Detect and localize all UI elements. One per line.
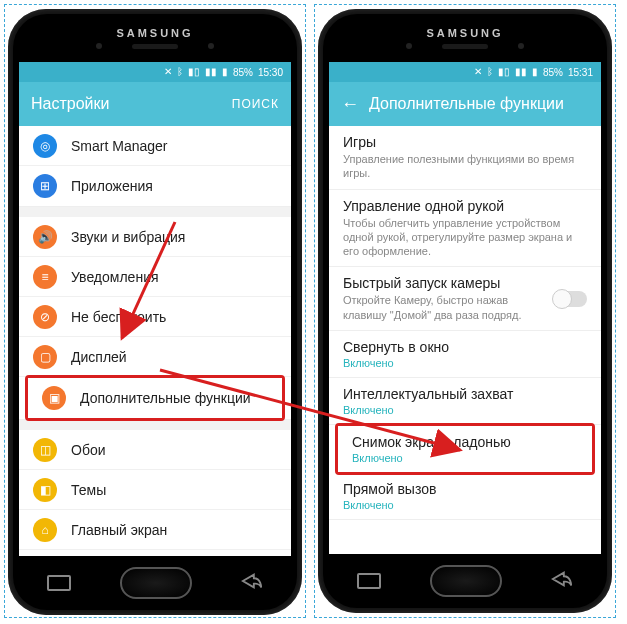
row-smart-manager[interactable]: ◎ Smart Manager — [19, 126, 291, 166]
phone-left: SAMSUNG ✕ ᛒ ▮▯ ▮▮ ▮ 85% 15:30 — [4, 4, 306, 618]
back-button[interactable] — [551, 570, 573, 592]
item-title: Управление одной рукой — [343, 198, 587, 214]
item-title: Быстрый запуск камеры — [343, 275, 553, 291]
bluetooth-icon: ᛒ — [177, 67, 183, 77]
row-label: Smart Manager — [71, 138, 167, 154]
hw-nav-bar — [13, 556, 297, 610]
recent-apps-button[interactable] — [357, 573, 381, 589]
phone-right: SAMSUNG ✕ ᛒ ▮▯ ▮▮ ▮ 85% 15:31 — [314, 4, 616, 618]
signal-icon-2: ▮▮ — [205, 67, 217, 77]
row-home[interactable]: ⌂ Главный экран — [19, 510, 291, 550]
clock: 15:31 — [568, 67, 593, 78]
row-apps[interactable]: ⊞ Приложения — [19, 166, 291, 206]
row-label: Обои — [71, 442, 106, 458]
wallpaper-icon: ◫ — [33, 438, 57, 462]
battery-icon: ▮ — [532, 67, 538, 77]
recent-apps-button[interactable] — [47, 575, 71, 591]
item-one-hand[interactable]: Управление одной рукой Чтобы облегчить у… — [329, 190, 601, 268]
status-bar: ✕ ᛒ ▮▯ ▮▮ ▮ 85% 15:30 — [19, 62, 291, 82]
item-direct-call[interactable]: Прямой вызов Включено — [329, 473, 601, 520]
item-title: Прямой вызов — [343, 481, 587, 497]
home-button[interactable] — [430, 565, 502, 597]
item-quick-camera[interactable]: Быстрый запуск камеры Откройте Камеру, б… — [329, 267, 601, 331]
brand-logo: SAMSUNG — [116, 27, 193, 39]
item-title: Игры — [343, 134, 587, 150]
battery-percent: 85% — [233, 67, 253, 78]
row-label: Не беспокоить — [71, 309, 166, 325]
item-title: Снимок экрана ладонью — [352, 434, 578, 450]
brand-logo: SAMSUNG — [426, 27, 503, 39]
row-wallpaper[interactable]: ◫ Обои — [19, 430, 291, 470]
mute-icon: ✕ — [164, 67, 172, 77]
advanced-list[interactable]: Игры Управление полезными функциями во в… — [329, 126, 601, 554]
advanced-header: ← Дополнительные функции — [329, 82, 601, 126]
settings-header: Настройки ПОИСК — [19, 82, 291, 126]
row-label: Темы — [71, 482, 106, 498]
search-button[interactable]: ПОИСК — [232, 97, 279, 111]
item-enabled: Включено — [343, 404, 587, 416]
item-enabled: Включено — [343, 357, 587, 369]
list-icon: ≡ — [33, 265, 57, 289]
phone-frame: SAMSUNG ✕ ᛒ ▮▯ ▮▮ ▮ 85% 15:31 — [318, 9, 612, 613]
item-title: Интеллектуальный захват — [343, 386, 587, 402]
row-sounds[interactable]: 🔊 Звуки и вибрация — [19, 217, 291, 257]
back-arrow-icon[interactable]: ← — [341, 95, 359, 113]
toggle-switch[interactable] — [553, 291, 587, 307]
item-subtitle: Чтобы облегчить управление устройством о… — [343, 216, 587, 259]
row-label: Уведомления — [71, 269, 159, 285]
dnd-icon: ⊘ — [33, 305, 57, 329]
hw-nav-bar — [323, 554, 607, 608]
item-palm-swipe[interactable]: Снимок экрана ладонью Включено — [338, 426, 592, 472]
phone-top: SAMSUNG — [13, 14, 297, 62]
mute-icon: ✕ — [474, 67, 482, 77]
advanced-icon: ▣ — [42, 386, 66, 410]
signal-icon-2: ▮▮ — [515, 67, 527, 77]
home-icon: ⌂ — [33, 518, 57, 542]
item-enabled: Включено — [352, 452, 578, 464]
row-notifications[interactable]: ≡ Уведомления — [19, 257, 291, 297]
item-title: Свернуть в окно — [343, 339, 587, 355]
clock: 15:30 — [258, 67, 283, 78]
item-subtitle: Управление полезными функциями во время … — [343, 152, 587, 181]
item-popup-window[interactable]: Свернуть в окно Включено — [329, 331, 601, 378]
row-label: Приложения — [71, 178, 153, 194]
row-label: Дополнительные функции — [80, 390, 251, 406]
row-label: Звуки и вибрация — [71, 229, 185, 245]
page-title: Настройки — [31, 95, 222, 113]
battery-icon: ▮ — [222, 67, 228, 77]
row-themes[interactable]: ◧ Темы — [19, 470, 291, 510]
screen-left: ✕ ᛒ ▮▯ ▮▮ ▮ 85% 15:30 Настройки ПОИСК — [19, 62, 291, 556]
signal-icon: ▮▯ — [188, 67, 200, 77]
row-dnd[interactable]: ⊘ Не беспокоить — [19, 297, 291, 337]
item-subtitle: Откройте Камеру, быстро нажав клавишу "Д… — [343, 293, 553, 322]
target-icon: ◎ — [33, 134, 57, 158]
settings-list[interactable]: ◎ Smart Manager ⊞ Приложения 🔊 — [19, 126, 291, 556]
status-bar: ✕ ᛒ ▮▯ ▮▮ ▮ 85% 15:31 — [329, 62, 601, 82]
sound-icon: 🔊 — [33, 225, 57, 249]
row-display[interactable]: ▢ Дисплей — [19, 337, 291, 377]
row-advanced-features[interactable]: ▣ Дополнительные функции — [28, 378, 282, 418]
phone-frame: SAMSUNG ✕ ᛒ ▮▯ ▮▮ ▮ 85% 15:30 — [8, 9, 302, 615]
item-games[interactable]: Игры Управление полезными функциями во в… — [329, 126, 601, 190]
back-button[interactable] — [241, 572, 263, 594]
home-button[interactable] — [120, 567, 192, 599]
item-enabled: Включено — [343, 499, 587, 511]
signal-icon: ▮▯ — [498, 67, 510, 77]
row-label: Дисплей — [71, 349, 127, 365]
display-icon: ▢ — [33, 345, 57, 369]
grid-icon: ⊞ — [33, 174, 57, 198]
row-label: Главный экран — [71, 522, 167, 538]
item-smart-capture[interactable]: Интеллектуальный захват Включено — [329, 378, 601, 425]
screen-right: ✕ ᛒ ▮▯ ▮▮ ▮ 85% 15:31 ← Дополнительные ф… — [329, 62, 601, 554]
bluetooth-icon: ᛒ — [487, 67, 493, 77]
battery-percent: 85% — [543, 67, 563, 78]
page-title: Дополнительные функции — [369, 95, 589, 113]
themes-icon: ◧ — [33, 478, 57, 502]
phone-top: SAMSUNG — [323, 14, 607, 62]
